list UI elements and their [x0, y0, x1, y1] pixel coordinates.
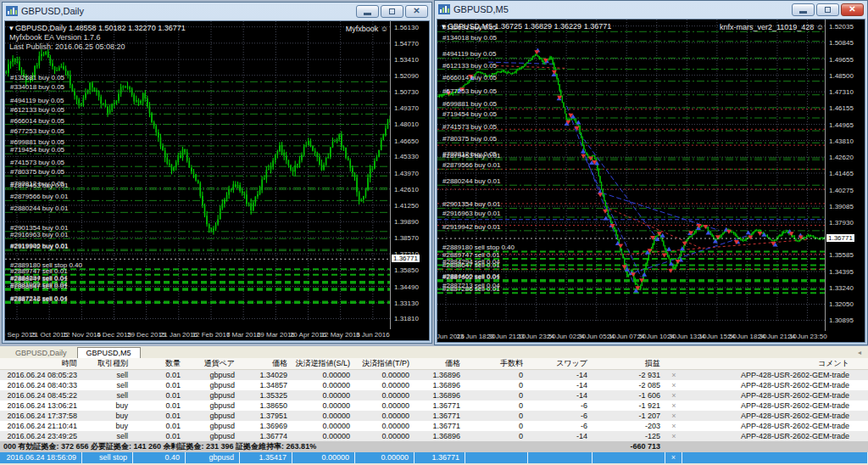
candle-body — [499, 72, 500, 73]
table-cell: -1 921 — [593, 401, 665, 411]
candle-body — [744, 240, 745, 241]
m5-chart-area: #132681 buy 0.05#134018 buy 0.05#494119 … — [437, 19, 865, 343]
close-order-icon[interactable]: × — [665, 370, 682, 380]
candle-body — [360, 199, 362, 201]
table-cell: 0.00000 — [355, 411, 415, 421]
restore-button[interactable] — [816, 3, 839, 16]
order-row[interactable]: 2016.06.24 08:45:22sell0.01gbpusd1.35325… — [0, 390, 868, 401]
close-order-icon[interactable]: × — [665, 380, 682, 390]
candle-body — [326, 158, 327, 165]
time-tick-label: 3 Jun 2016 — [356, 331, 390, 339]
candle-body — [793, 237, 793, 238]
candle-body — [519, 69, 520, 70]
candle-body — [188, 161, 190, 168]
tab-scroll-arrow[interactable]: ◂ — [858, 349, 861, 356]
daily-chart-canvas[interactable]: #132681 buy 0.05#334018 buy 0.05#494119 … — [5, 21, 393, 331]
price-tick-label: 1.30895 — [829, 317, 854, 324]
candle-body — [378, 150, 380, 157]
candle-body — [211, 228, 213, 231]
candle-body — [294, 165, 296, 171]
table-cell: gbpusd — [186, 452, 240, 463]
candle-body — [476, 71, 477, 73]
trade-label: #699881 buy 0.05 — [442, 100, 498, 108]
close-order-icon[interactable]: × — [665, 390, 682, 401]
candle-body — [354, 172, 356, 177]
candle-body — [756, 230, 757, 231]
candle-body — [74, 92, 75, 96]
candle-body — [694, 232, 695, 234]
table-cell: 0.01 — [133, 421, 186, 431]
time-tick-label: 12 May 2016 — [321, 331, 360, 339]
candle-body — [334, 141, 336, 142]
candle-body — [182, 149, 184, 158]
candle-body — [122, 87, 124, 87]
table-cell: -125 — [593, 431, 665, 441]
table-cell: 0.00000 — [292, 390, 355, 401]
close-order-icon[interactable]: × — [665, 431, 682, 441]
table-cell: 0.00000 — [355, 401, 415, 411]
table-cell: 1.36774 — [240, 431, 292, 441]
candle-body — [759, 231, 760, 232]
candle-body — [536, 54, 537, 55]
chart-tab-bar: GBPUSD,Daily GBPUSD,M5 ◂ — [0, 346, 868, 358]
close-button[interactable]: ✕ — [405, 5, 428, 18]
table-cell: 0.40 — [133, 452, 186, 463]
candle-body — [743, 240, 743, 241]
order-row[interactable]: 2016.06.24 17:37:58buy0.01gbpusd1.379510… — [0, 411, 868, 421]
restore-button[interactable] — [381, 5, 403, 18]
candle-body — [184, 149, 186, 153]
candle-body — [608, 210, 609, 216]
candle-body — [466, 84, 467, 85]
candle-body — [775, 240, 776, 241]
candle-body — [116, 101, 118, 104]
order-row[interactable]: 2016.06.24 08:05:23sell0.01gbpusd1.34029… — [0, 370, 868, 380]
candle-body — [206, 216, 208, 224]
minimize-button[interactable] — [792, 3, 815, 16]
close-order-icon[interactable]: × — [665, 401, 682, 411]
selected-order-row[interactable]: 2016.06.24 18:56:09sell stop0.40gbpusd1.… — [0, 452, 868, 463]
m5-chart-window: GBPUSD,M5 ✕ #132681 buy 0.05#134018 buy … — [434, 0, 868, 345]
m5-price-axis[interactable]: 1.520351.508451.496551.485001.473101.461… — [825, 20, 865, 342]
table-cell: APP-428-USR-2602-GEM-trade — [682, 421, 868, 431]
candle-body — [733, 232, 734, 233]
tab-gbpusd-daily[interactable]: GBPUSD,Daily — [7, 348, 75, 358]
order-row[interactable]: 2016.06.24 13:06:21buy0.01gbpusd1.386500… — [0, 401, 868, 411]
order-row[interactable]: 2016.06.24 23:49:25sell0.01gbpusd1.36774… — [0, 431, 868, 441]
m5-time-axis[interactable]: 23 Jun 201623 Jun 18:3023 Jun 21:1023 Ju… — [437, 331, 829, 342]
close-button[interactable]: ✕ — [841, 3, 864, 16]
candle-body — [517, 70, 518, 70]
order-row[interactable]: 2016.06.24 21:10:41buy0.01gbpusd1.369690… — [0, 421, 868, 431]
close-order-icon[interactable]: × — [665, 411, 682, 421]
price-tick-label: 1.46155 — [829, 104, 854, 112]
candle-body — [442, 95, 442, 96]
close-order-icon[interactable]: × — [665, 452, 682, 463]
daily-price-axis[interactable]: 1.561301.547701.534101.520901.507301.493… — [390, 21, 429, 340]
daily-window-titlebar[interactable]: GBPUSD,Daily ✕ — [3, 3, 431, 20]
close-order-icon[interactable]: × — [665, 421, 682, 431]
candle-body — [690, 237, 691, 238]
candle-body — [220, 209, 221, 220]
candle-body — [45, 52, 47, 54]
daily-chart-window: GBPUSD,Daily ✕ #132681 buy 0.05#334018 b… — [2, 2, 432, 344]
candle-body — [603, 189, 604, 194]
candle-body — [312, 146, 314, 151]
candle-body — [654, 239, 654, 244]
candle-body — [809, 235, 810, 237]
candle-body — [321, 165, 323, 170]
candle-body — [41, 54, 42, 56]
table-cell: -6 — [528, 411, 593, 421]
minimize-button[interactable] — [356, 5, 379, 18]
candle-body — [94, 87, 96, 91]
price-tick-label: 1.39085 — [829, 203, 854, 210]
order-row[interactable]: 2016.06.24 08:40:33sell0.01gbpusd1.34857… — [0, 380, 868, 390]
trade-label: #677253 buy 0.05 — [10, 127, 65, 135]
m5-chart-canvas[interactable]: #132681 buy 0.05#134018 buy 0.05#494119 … — [437, 20, 829, 333]
price-tick-label: 1.53410 — [394, 56, 419, 64]
trade-label: #666014 buy 0.05 — [442, 74, 498, 81]
tab-gbpusd-m5[interactable]: GBPUSD,M5 — [77, 347, 141, 358]
candle-body — [125, 87, 126, 87]
candle-body — [17, 61, 19, 62]
daily-time-axis[interactable]: 29 Sep 201521 Oct 201512 Nov 20154 Dec 2… — [5, 329, 393, 340]
candle-body — [332, 142, 334, 148]
m5-window-titlebar[interactable]: GBPUSD,M5 ✕ — [435, 1, 867, 18]
